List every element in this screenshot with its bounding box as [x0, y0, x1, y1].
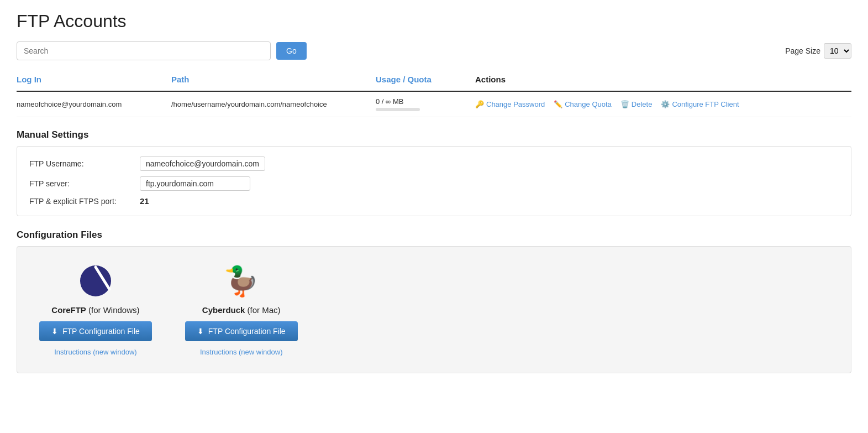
- trash-icon: 🗑️: [620, 100, 629, 108]
- delete-link[interactable]: 🗑️ Delete: [620, 100, 653, 108]
- coreftp-item: CoreFTP (for Windows) ⬇ FTP Configuratio…: [39, 263, 152, 356]
- gear-icon: ⚙️: [661, 100, 670, 108]
- config-files-box: CoreFTP (for Windows) ⬇ FTP Configuratio…: [17, 246, 851, 373]
- cyberduck-name-bold: Cyberduck: [202, 305, 245, 315]
- configure-ftp-client-label: Configure FTP Client: [672, 100, 739, 108]
- coreftp-instructions-label: Instructions (new window): [54, 348, 137, 356]
- usage-text: 0 / ∞ MB: [376, 97, 470, 106]
- ftp-port-row: FTP & explicit FTPS port: 21: [29, 196, 839, 206]
- change-quota-link[interactable]: ✏️ Change Quota: [554, 100, 612, 108]
- table-header: Log In Path Usage / Quota Actions: [17, 71, 851, 92]
- cell-path: /home/username/yourdomain.com/nameofchoi…: [171, 100, 376, 108]
- change-quota-label: Change Quota: [565, 100, 612, 108]
- cell-login: nameofchoice@yourdomain.com: [17, 100, 171, 108]
- configure-ftp-client-link[interactable]: ⚙️ Configure FTP Client: [661, 100, 739, 108]
- table-row: nameofchoice@yourdomain.com /home/userna…: [17, 92, 851, 117]
- col-path: Path: [171, 71, 376, 87]
- cyberduck-name-rest: (for Mac): [245, 305, 280, 315]
- svg-point-0: [80, 265, 111, 296]
- cyberduck-instructions-link[interactable]: Instructions (new window): [200, 348, 283, 356]
- col-usage-quota: Usage / Quota: [376, 71, 475, 87]
- coreftp-download-button[interactable]: ⬇ FTP Configuration File: [39, 321, 152, 341]
- cell-actions: 🔑 Change Password ✏️ Change Quota 🗑️ Del…: [475, 100, 851, 108]
- manual-settings-box: FTP Username: nameofchoice@yourdomain.co…: [17, 146, 851, 216]
- ftp-server-value: ftp.yourdomain.com: [140, 176, 250, 191]
- ftp-port-label: FTP & explicit FTPS port:: [29, 197, 140, 206]
- ftp-port-value: 21: [140, 196, 149, 206]
- cyberduck-icon: 🦆: [224, 263, 259, 299]
- page-size-select[interactable]: 10 25 50: [824, 43, 851, 59]
- cyberduck-name: Cyberduck (for Mac): [202, 305, 281, 315]
- coreftp-instructions-link[interactable]: Instructions (new window): [54, 348, 137, 356]
- coreftp-name-rest: (for Windows): [86, 305, 140, 315]
- change-password-label: Change Password: [486, 100, 545, 108]
- change-password-link[interactable]: 🔑 Change Password: [475, 100, 545, 108]
- coreftp-name-bold: CoreFTP: [51, 305, 86, 315]
- cell-usage: 0 / ∞ MB: [376, 97, 475, 111]
- cyberduck-duck-icon: 🦆: [223, 267, 259, 295]
- key-icon: 🔑: [475, 100, 484, 108]
- cyberduck-download-label: FTP Configuration File: [208, 327, 286, 336]
- pencil-icon: ✏️: [554, 100, 562, 108]
- coreftp-icon: [78, 263, 113, 299]
- cyberduck-instructions-label: Instructions (new window): [200, 348, 283, 356]
- search-input[interactable]: [17, 41, 271, 60]
- col-actions: Actions: [475, 71, 851, 87]
- cyberduck-download-icon: ⬇: [197, 327, 204, 336]
- ftp-server-row: FTP server: ftp.yourdomain.com: [29, 176, 839, 191]
- usage-bar: [376, 108, 420, 111]
- ftp-server-label: FTP server:: [29, 179, 140, 188]
- config-files-title: Configuration Files: [17, 229, 851, 241]
- page-size-control: Page Size 10 25 50: [785, 43, 851, 59]
- cyberduck-item: 🦆 Cyberduck (for Mac) ⬇ FTP Configuratio…: [185, 263, 298, 356]
- delete-label: Delete: [632, 100, 653, 108]
- ftp-username-value: nameofchoice@yourdomain.com: [140, 156, 265, 171]
- search-bar: Go Page Size 10 25 50: [17, 41, 851, 60]
- coreftp-download-label: FTP Configuration File: [62, 327, 140, 336]
- manual-settings-title: Manual Settings: [17, 129, 851, 140]
- cyberduck-download-button[interactable]: ⬇ FTP Configuration File: [185, 321, 298, 341]
- ftp-username-label: FTP Username:: [29, 159, 140, 168]
- coreftp-name: CoreFTP (for Windows): [51, 305, 139, 315]
- col-login: Log In: [17, 71, 171, 87]
- page-title: FTP Accounts: [17, 11, 851, 32]
- ftp-username-row: FTP Username: nameofchoice@yourdomain.co…: [29, 156, 839, 171]
- go-button[interactable]: Go: [276, 42, 307, 60]
- page-size-label: Page Size: [785, 46, 820, 55]
- coreftp-download-icon: ⬇: [51, 327, 58, 336]
